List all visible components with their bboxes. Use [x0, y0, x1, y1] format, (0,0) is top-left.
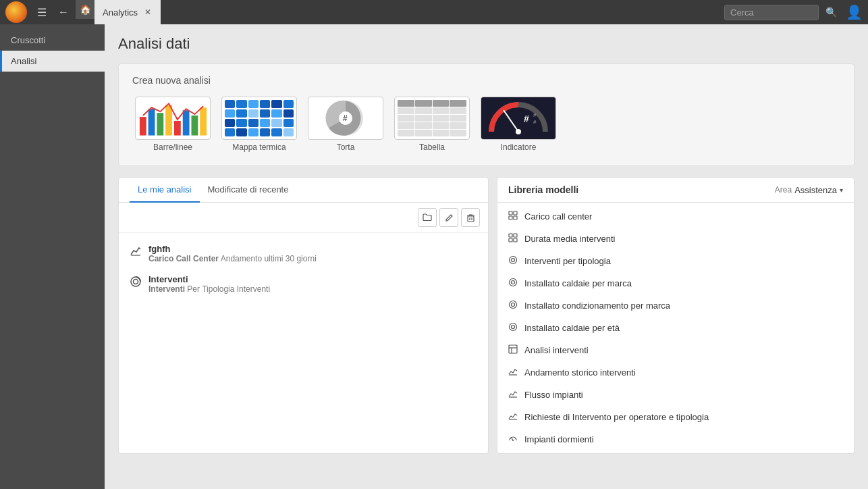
line-chart-icon [508, 367, 518, 378]
search-input[interactable] [724, 5, 819, 20]
menu-button[interactable]: ☰ [32, 3, 51, 22]
svg-rect-36 [509, 345, 517, 353]
sidebar-item-analisi[interactable]: Analisi [0, 51, 105, 72]
library-item-label: Impianti dormienti [524, 434, 594, 444]
heatmap-cell [225, 119, 235, 127]
heatmap-cell [260, 109, 270, 118]
analysis-item[interactable]: Interventi Interventi Per Tipologia Inte… [119, 269, 488, 299]
svg-rect-27 [514, 238, 517, 242]
area-select[interactable]: Area Assistenza ▾ [775, 185, 843, 195]
heatmap-cell [283, 128, 294, 136]
heatmap-cell [283, 109, 294, 118]
library-item-label: Carico call center [524, 211, 592, 222]
heatmap-cell [260, 128, 270, 136]
library-item[interactable]: Installato caldaie per età [497, 317, 854, 339]
svg-rect-2 [157, 113, 163, 135]
heatmap-cell [248, 109, 259, 118]
table-cell [450, 115, 466, 122]
tab-mie-analisi[interactable]: Le mie analisi [130, 178, 200, 203]
svg-rect-7 [200, 107, 207, 135]
tab-modificate[interactable]: Modificate di recente [200, 178, 297, 203]
tab-close-button[interactable]: ✕ [143, 7, 153, 17]
page-title: Analisi dati [118, 35, 855, 53]
barre-linee-thumb [135, 97, 211, 140]
heatmap-cell [248, 119, 259, 127]
library-item[interactable]: Interventi per tipologia [497, 250, 854, 272]
library-item-label: Installato caldaie per marca [524, 278, 632, 288]
svg-point-32 [510, 301, 517, 309]
chart-type-torta[interactable]: # Torta [305, 94, 386, 155]
library-item[interactable]: Impianti dormienti [497, 428, 854, 451]
heatmap-cell [271, 128, 281, 136]
svg-rect-1 [148, 109, 155, 135]
heatmap-cell [283, 119, 294, 127]
heatmap-cell [236, 128, 246, 136]
library-item[interactable]: Richieste di Intervento per operatore e … [497, 406, 854, 428]
heatmap-cell [236, 100, 246, 108]
analyses-tabs: Le mie analisi Modificate di recente [119, 178, 488, 203]
indicatore-label: Indicatore [501, 143, 537, 152]
svg-rect-5 [183, 110, 190, 135]
line-chart-icon [508, 411, 518, 423]
svg-line-11 [504, 110, 518, 132]
folder-button[interactable] [418, 208, 437, 227]
table-cell [433, 115, 450, 122]
sidebar: Cruscotti Analisi [0, 24, 105, 489]
home-tab[interactable]: 🏠 [76, 0, 94, 19]
library-item[interactable]: Installato caldaie per marca [497, 272, 854, 294]
library-list: Carico call center Durata medi [497, 203, 854, 453]
user-icon[interactable]: 👤 [846, 4, 863, 20]
svg-text:#: # [533, 119, 537, 125]
create-section: Crea nuova analisi [118, 63, 855, 166]
analyses-list: fghfh Carico Call Center Andamento ultim… [119, 233, 488, 305]
chart-type-indicatore[interactable]: # # # Indicatore [478, 94, 559, 155]
chevron-down-icon[interactable]: ▾ [840, 186, 843, 194]
heatmap-cell [225, 109, 235, 118]
svg-rect-4 [174, 121, 181, 136]
donut-chart-icon [130, 276, 142, 290]
chart-type-barre-linee[interactable]: Barre/linee [132, 94, 213, 155]
library-item[interactable]: Carico call center [497, 205, 854, 228]
table-cell [415, 115, 432, 122]
table-cell [433, 122, 450, 129]
delete-button[interactable] [461, 208, 480, 227]
back-button[interactable]: ← [54, 3, 73, 22]
analytics-tab[interactable]: Analytics ✕ [94, 0, 161, 24]
topbar-tabs: 🏠 Analytics ✕ [76, 0, 722, 24]
donut-icon [508, 300, 518, 311]
heatmap-cell [225, 100, 235, 108]
library-title: Libreria modelli [508, 184, 578, 195]
app-logo[interactable] [5, 1, 27, 23]
chart-type-tabella[interactable]: Tabella [391, 94, 472, 155]
table-cell [450, 130, 466, 136]
table-cell [450, 100, 466, 107]
library-item-label: Andamento storico interventi [524, 367, 636, 378]
analysis-item[interactable]: fghfh Carico Call Center Andamento ultim… [119, 238, 488, 269]
library-item[interactable]: Flusso impianti [497, 384, 854, 406]
library-item[interactable]: Durata media interventi [497, 228, 854, 250]
line-chart-icon [508, 389, 518, 401]
gauge-icon [508, 434, 518, 445]
library-item-label: Installato caldaie per età [524, 323, 620, 333]
library-item[interactable]: Analisi interventi [497, 339, 854, 361]
sidebar-item-cruscotti[interactable]: Cruscotti [0, 30, 105, 51]
torta-thumb: # [308, 97, 383, 140]
heatmap-grid [222, 97, 296, 139]
mappa-termica-thumb [221, 97, 297, 140]
svg-rect-25 [514, 234, 517, 237]
edit-button[interactable] [439, 208, 458, 227]
area-value[interactable]: Assistenza [794, 185, 837, 195]
library-item[interactable]: Andamento storico interventi [497, 361, 854, 384]
svg-rect-16 [468, 216, 474, 222]
svg-point-12 [516, 129, 521, 134]
analysis-name: Interventi [148, 274, 270, 284]
table-cell [415, 122, 432, 129]
heatmap-cell [248, 100, 259, 108]
search-button[interactable]: 🔍 [821, 3, 840, 22]
chart-type-mappa-termica[interactable]: Mappa termica [219, 94, 300, 155]
library-item[interactable]: Installato condizionamento per marca [497, 294, 854, 317]
svg-rect-6 [192, 115, 198, 135]
table-icon [508, 344, 518, 356]
heatmap-cell [236, 119, 246, 127]
analysis-text: Interventi Interventi Per Tipologia Inte… [148, 274, 270, 294]
